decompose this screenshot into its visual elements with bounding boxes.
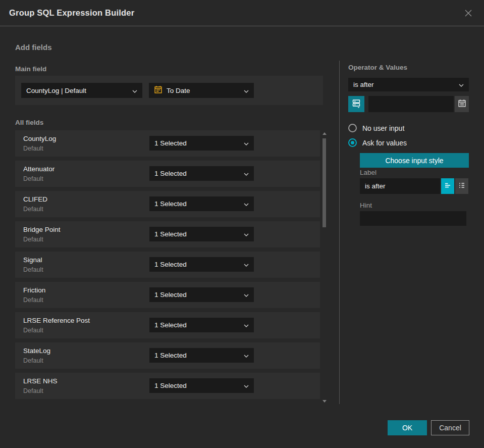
chevron-down-icon <box>459 81 464 88</box>
chevron-down-icon <box>244 382 249 389</box>
align-left-icon <box>443 181 452 191</box>
field-name: CLIFED <box>23 195 47 203</box>
field-selected-dropdown[interactable]: 1 Selected <box>149 196 254 211</box>
field-name: LRSE Reference Post <box>23 317 90 324</box>
field-selected-dropdown[interactable]: 1 Selected <box>149 378 254 393</box>
scroll-up-icon[interactable] <box>322 132 327 135</box>
main-field-panel: CountyLog | Default To Date <box>15 76 323 105</box>
field-selected-dropdown[interactable]: 1 Selected <box>149 136 254 151</box>
field-subtitle: Default <box>23 387 43 394</box>
field-selected-dropdown-value: 1 Selected <box>154 291 187 298</box>
operator-select[interactable]: is after <box>348 78 469 91</box>
date-picker-button[interactable] <box>455 96 469 112</box>
choose-input-style-button[interactable]: Choose input style <box>360 153 469 168</box>
field-selected-dropdown-value: 1 Selected <box>154 170 187 177</box>
dialog-title: Group SQL Expression Builder <box>9 8 134 18</box>
field-subtitle: Default <box>23 357 43 364</box>
field-selected-dropdown[interactable]: 1 Selected <box>149 287 254 302</box>
field-selected-dropdown-value: 1 Selected <box>154 261 187 268</box>
field-subtitle: Default <box>23 296 43 304</box>
field-row: Attenuator Default 1 Selected <box>15 161 320 187</box>
main-field-select[interactable]: CountyLog | Default <box>21 83 142 98</box>
chevron-down-icon <box>244 139 249 147</box>
field-row: Bridge Point Default 1 Selected <box>15 221 320 247</box>
label-field-label: Label <box>360 169 377 176</box>
chevron-down-icon <box>244 321 249 329</box>
field-subtitle: Default <box>23 175 43 182</box>
radio-unchecked-icon <box>348 124 357 132</box>
field-subtitle: Default <box>23 327 43 334</box>
field-selected-dropdown[interactable]: 1 Selected <box>149 318 254 332</box>
label-input-row <box>360 178 468 194</box>
hint-input[interactable] <box>360 211 466 226</box>
stack-icon <box>352 98 361 110</box>
input-style-text-button[interactable] <box>441 178 454 194</box>
value-input-row <box>348 96 469 112</box>
field-row: CountyLog Default 1 Selected <box>15 130 320 157</box>
chevron-down-icon <box>244 291 249 298</box>
input-style-list-button[interactable] <box>455 178 468 194</box>
scrollbar-thumb[interactable] <box>322 138 326 227</box>
field-row: CLIFED Default 1 Selected <box>15 191 320 217</box>
radio-ask-for-values[interactable]: Ask for values <box>348 138 407 147</box>
field-selected-dropdown[interactable]: 1 Selected <box>149 166 254 181</box>
field-stack-toggle-button[interactable] <box>348 96 364 112</box>
field-selected-dropdown-value: 1 Selected <box>154 321 187 329</box>
add-fields-heading: Add fields <box>15 43 52 52</box>
radio-ask-for-values-label: Ask for values <box>362 139 407 147</box>
field-subtitle: Default <box>23 206 43 213</box>
chevron-down-icon <box>244 200 249 208</box>
field-subtitle: Default <box>23 266 43 273</box>
field-subtitle: Default <box>23 236 43 243</box>
field-row: StateLog Default 1 Selected <box>15 342 320 369</box>
field-selected-dropdown-value: 1 Selected <box>154 382 187 389</box>
main-field-label: Main field <box>15 65 46 73</box>
chevron-down-icon <box>244 87 249 94</box>
field-selected-dropdown-value: 1 Selected <box>154 352 187 359</box>
calendar-icon <box>154 85 163 95</box>
label-input[interactable] <box>360 178 440 194</box>
scroll-down-icon[interactable] <box>322 400 327 403</box>
field-name: StateLog <box>23 347 50 355</box>
field-selected-dropdown[interactable]: 1 Selected <box>149 257 254 272</box>
field-name: Signal <box>23 256 42 264</box>
field-selected-dropdown-value: 1 Selected <box>154 139 187 147</box>
field-name: Friction <box>23 286 45 294</box>
panel-divider <box>339 61 340 404</box>
calendar-icon <box>458 99 466 109</box>
value-input[interactable] <box>368 96 454 112</box>
list-icon <box>457 181 466 191</box>
field-row: Friction Default 1 Selected <box>15 282 320 308</box>
chevron-down-icon <box>132 87 137 94</box>
cancel-button[interactable]: Cancel <box>431 420 469 435</box>
field-selected-dropdown-value: 1 Selected <box>154 200 187 208</box>
field-row: LRSE Reference Post Default 1 Selected <box>15 312 320 338</box>
all-fields-label: All fields <box>15 119 43 126</box>
operator-select-value: is after <box>353 81 374 88</box>
chevron-down-icon <box>244 170 249 177</box>
field-name: Attenuator <box>23 165 55 173</box>
main-field-select-value: CountyLog | Default <box>26 87 86 94</box>
all-fields-list: CountyLog Default 1 Selected Attenuator … <box>15 130 320 403</box>
chevron-down-icon <box>244 261 249 268</box>
radio-checked-icon <box>348 138 357 147</box>
hint-field-label: Hint <box>360 202 372 209</box>
field-row: Signal Default 1 Selected <box>15 252 320 278</box>
field-name: LRSE NHS <box>23 377 58 385</box>
operator-values-heading: Operator & Values <box>348 64 407 71</box>
ok-button[interactable]: OK <box>388 420 427 435</box>
chevron-down-icon <box>244 352 249 359</box>
radio-no-user-input[interactable]: No user input <box>348 124 404 132</box>
field-selected-dropdown[interactable]: 1 Selected <box>149 348 254 363</box>
group-sql-expression-builder-dialog: Group SQL Expression Builder Add fields … <box>0 0 484 448</box>
field-selected-dropdown-value: 1 Selected <box>154 230 187 238</box>
title-bar: Group SQL Expression Builder <box>0 0 484 26</box>
field-subtitle: Default <box>23 145 43 152</box>
close-button[interactable] <box>462 7 475 20</box>
field-selected-dropdown[interactable]: 1 Selected <box>149 227 254 241</box>
field-row: LRSE NHS Default 1 Selected <box>15 373 320 399</box>
fields-scrollbar[interactable] <box>321 130 328 404</box>
close-icon <box>464 12 473 19</box>
main-field-date-select[interactable]: To Date <box>149 83 254 98</box>
chevron-down-icon <box>244 230 249 238</box>
